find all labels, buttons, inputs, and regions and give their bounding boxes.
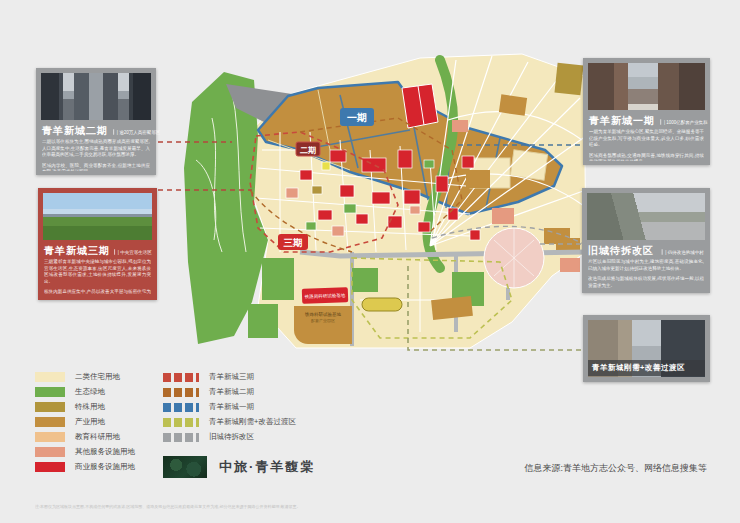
card-phase1: 青羊新城一期 | 1000亿配套产业集群 一期为青羊新城产业核心区,聚集总部经济… (583, 58, 710, 165)
poster: 铁路局科研试验基地 铁路科研试验基地 配套产业园区 一期 二期 (0, 0, 740, 523)
phase1-photo (588, 63, 705, 110)
legend-swatch-residential (35, 372, 65, 382)
legend-swatch-special (35, 402, 65, 412)
boundary-oldtown-dashed (432, 226, 584, 244)
legend-row: 青羊新城一期 (163, 402, 296, 412)
legend-row: 教育科研用地 (35, 432, 135, 442)
map-fan-parcels (452, 63, 583, 272)
brand-logo-image (163, 456, 207, 478)
map-roads (300, 252, 586, 346)
card-phase2-subtitle: | 逾20万人高密聚居区 (113, 129, 160, 134)
oldtown-photo (587, 193, 705, 240)
card-phase3-paragraph-2: 板块内新盘供应集中,产品以改善大平层与低密住宅为主,配套逐步兑现,是当前关注度最… (44, 289, 151, 297)
boundary-phase2-dashed (250, 118, 462, 252)
phase3-badge: 三期 (278, 234, 308, 250)
card-phase1-paragraph-1: 一期为青羊新城产业核心区,聚集总部经济、金融服务等千亿级产业集群,写字楼与商业体… (589, 128, 704, 148)
legend-row: 青羊新城刚需+改善过渡区 (163, 417, 296, 427)
boundary-phase3-dashed (250, 132, 398, 252)
card-phase1-paragraph-2: 区域商务氛围成熟,交通路网完善,地铁线路穿行其间,持续带动周边居住板块价值提升。 (589, 152, 704, 161)
map-green-west (184, 72, 294, 344)
legend-land-use: 二类住宅用地 生态绿地 特殊用地 产业用地 教育科研用地 其他服务设施用地 商业… (35, 372, 135, 477)
card-oldtown-subtitle: | 仍待改造的城中村 (662, 249, 704, 254)
phase2-photo (41, 73, 151, 120)
svg-text:三期: 三期 (284, 237, 303, 248)
legend-dash-oldtown (163, 433, 199, 442)
map-yellow-pill (362, 298, 402, 311)
card-oldtown: 旧城待拆改区 | 仍待改造的城中村 片区以老旧院落与城中村为主,建筑密度高,基础… (582, 188, 710, 293)
svg-text:一期: 一期 (347, 112, 367, 123)
legend-swatch-education (35, 432, 65, 442)
svg-text:二期: 二期 (300, 146, 316, 155)
card-oldtown-title: 旧城待拆改区 (588, 244, 654, 258)
map-green-corridor (428, 60, 454, 268)
map-phase1-district (258, 82, 562, 214)
legend-row: 旧城待拆改区 (163, 432, 296, 442)
map-central-parcels (256, 132, 480, 252)
brand-logo: 中旅·青羊馥棠 (163, 456, 315, 478)
map-tan-block-label2: 配套产业园区 (311, 318, 335, 323)
legend-dash-phase1 (163, 403, 199, 412)
legend-row: 生态绿地 (35, 387, 135, 397)
legend-swatch-commercial (35, 462, 65, 472)
phase1-badge: 一期 (340, 108, 374, 126)
card-phase2-title: 青羊新城二期 (42, 124, 108, 138)
legend-row: 二类住宅用地 (35, 372, 135, 382)
card-phase1-subtitle: | 1000亿配套产业集群 (660, 119, 708, 124)
map-pink-circle (484, 228, 544, 288)
card-oldtown-paragraph-2: 改造完成后将与新城板块联动发展,现状居住环境一般,以租赁需求为主。 (588, 275, 704, 289)
brand-logo-text: 中旅·青羊馥棠 (219, 458, 315, 476)
card-transition: 青羊新城刚需+改善过渡区 (583, 315, 710, 382)
card-phase2: 青羊新城二期 | 逾20万人高密聚居区 二期以居住板块为主,围绕成熟商圈形成高密… (36, 68, 156, 175)
card-phase1-title: 青羊新城一期 (589, 114, 655, 128)
map-red-landmark-parcel (402, 84, 438, 128)
map-base-residential (252, 54, 586, 348)
map-red-banner (302, 287, 348, 304)
legend-row: 青羊新城三期 (163, 372, 296, 382)
map-tan-block-label1: 铁路科研试验基地 (304, 311, 342, 317)
legend-row: 商业服务设施用地 (35, 462, 135, 472)
legend-dash-transition (163, 418, 199, 427)
map-red-banner-label: 铁路局科研试验基地 (304, 292, 346, 299)
source-note: 信息来源:青羊地方志公众号、网络信息搜集等 (524, 462, 707, 475)
card-oldtown-paragraph-1: 片区以老旧院落与城中村为主,建筑密度高,基础设施老化,已纳入城市更新计划,待拆迁… (588, 258, 704, 272)
card-transition-title: 青羊新城刚需+改善过渡区 (588, 360, 705, 376)
card-phase3-paragraph-1: 三期紧邻青羊新城中央绿轴与城市公园群,规划定位为宜居生活区,生态资源丰富,街区尺… (44, 258, 151, 285)
map-oldtown-fan (430, 56, 586, 246)
card-phase2-paragraph-2: 区域内学校、医院、商业等配套齐全,但新增土地供应有限,改善需求外溢明显。 (42, 162, 150, 171)
phase3-photo (43, 193, 152, 240)
legend-dash-phase3 (163, 373, 199, 382)
legend-dash-phase2 (163, 388, 199, 397)
legend-boundaries: 青羊新城三期 青羊新城二期 青羊新城一期 青羊新城刚需+改善过渡区 旧城待拆改区 (163, 372, 296, 447)
legend-swatch-industry (35, 417, 65, 427)
card-phase3: 青羊新城三期 | 中央宜居生活区 三期紧邻青羊新城中央绿轴与城市公园群,规划定位… (38, 188, 157, 300)
legend-row: 其他服务设施用地 (35, 447, 135, 457)
connector-card-transition (408, 266, 583, 350)
legend-swatch-other-service (35, 447, 65, 457)
map-special-gray (226, 84, 302, 124)
card-phase3-subtitle: | 中央宜居生活区 (114, 249, 152, 254)
legend-row: 特殊用地 (35, 402, 135, 412)
boundary-transition-dashed (352, 258, 512, 338)
legend-row: 产业用地 (35, 417, 135, 427)
legend-row: 青羊新城二期 (163, 387, 296, 397)
disclaimer: 注:本图仅为区域板块示意图,不构成任何要约或承诺,区域范围、道路及规划信息以政府… (35, 504, 740, 515)
card-phase2-paragraph-1: 二期以居住板块为主,围绕成熟商圈形成高密度聚居区,人口高度集中,生活配套完善,是… (42, 138, 150, 158)
phase2-badge: 二期 (296, 142, 320, 156)
card-phase3-title: 青羊新城三期 (44, 244, 110, 258)
map-south-features: 铁路局科研试验基地 铁路科研试验基地 配套产业园区 (294, 228, 544, 344)
map-tan-block (294, 306, 352, 344)
legend-swatch-green (35, 387, 65, 397)
